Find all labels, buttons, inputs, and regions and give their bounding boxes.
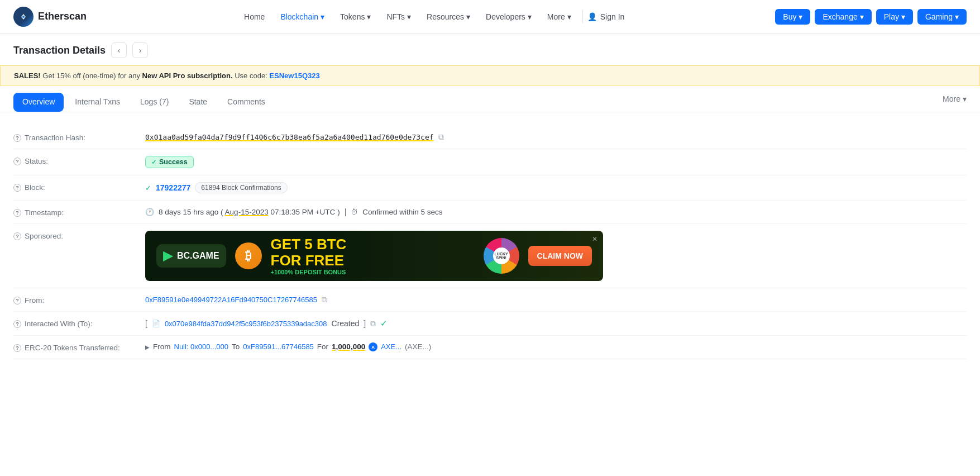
status-label: ? Status: (13, 156, 136, 165)
erc20-transfer-detail: ▶ From Null: 0x000...000 To 0xF89591...6… (145, 342, 431, 351)
content: ? Transaction Hash: 0x01aa0ad59fa04da7f9… (0, 112, 980, 373)
nav-blockchain[interactable]: Blockchain ▾ (274, 9, 331, 25)
sponsored-row: ? Sponsored: ✕ ▶ BC.GAME ₿ GET 5 BTC FOR… (13, 224, 967, 288)
tx-hash-row: ? Transaction Hash: 0x01aa0ad59fa04da7f9… (13, 126, 967, 149)
to-value: [ 📄 0x070e984fda37dd942f5c953f6b2375339a… (145, 318, 967, 329)
erc20-to-label: To (232, 342, 240, 351)
copy-icon[interactable]: ⧉ (322, 295, 327, 304)
chevron-down-icon: ▾ (407, 12, 411, 21)
help-icon[interactable]: ? (13, 344, 21, 352)
timestamp-ago: 8 days 15 hrs ago ( Aug-15-2023 07:18:35… (159, 208, 340, 216)
tab-logs[interactable]: Logs (7) (131, 93, 178, 112)
help-icon[interactable]: ? (13, 232, 21, 240)
from-value: 0xF89591e0e49949722A16Fd940750C172677465… (145, 295, 967, 304)
nav-developers[interactable]: Developers ▾ (479, 9, 538, 25)
lucky-wheel: LUCKY SPIN! (484, 238, 519, 274)
logo[interactable]: Etherscan (13, 7, 87, 27)
play-button[interactable]: Play ▾ (876, 9, 913, 25)
page-header-left: Transaction Details ‹ › (13, 42, 148, 58)
nav-resources[interactable]: Resources ▾ (420, 9, 477, 25)
chevron-down-icon: ▾ (367, 12, 371, 21)
help-icon[interactable]: ? (13, 158, 21, 165)
nav-more[interactable]: More ▾ (541, 9, 578, 25)
block-confirmations-badge: 61894 Block Confirmations (195, 182, 287, 193)
tabs-row: Overview Internal Txns Logs (7) State Co… (0, 86, 980, 112)
tab-comments[interactable]: Comments (218, 93, 274, 112)
nav-nfts[interactable]: NFTs ▾ (380, 9, 418, 25)
ad-title-line1: GET 5 BTC (271, 236, 475, 253)
nav-tokens[interactable]: Tokens ▾ (333, 9, 377, 25)
ad-title-line2: FOR FREE (271, 253, 475, 269)
from-row: ? From: 0xF89591e0e49949722A16Fd940750C1… (13, 288, 967, 312)
help-icon[interactable]: ? (13, 297, 21, 304)
next-arrow[interactable]: › (132, 42, 148, 58)
tab-overview[interactable]: Overview (13, 93, 64, 112)
block-number-link[interactable]: 17922277 (156, 183, 190, 192)
status-badge: ✓ Success (145, 156, 194, 168)
promo-sales: SALES! (14, 72, 41, 80)
erc20-for-label: For (317, 342, 328, 351)
copy-icon[interactable]: ⧉ (370, 319, 376, 329)
token-icon: A (369, 342, 377, 351)
timestamp-row: ? Timestamp: 🕐 8 days 15 hrs ago ( Aug-1… (13, 201, 967, 224)
check-circle-icon: ✓ (145, 184, 151, 192)
timestamp-time: 07:18:35 PM +UTC (270, 208, 335, 216)
tabs-more-button[interactable]: More ▾ (943, 94, 967, 110)
ad-headline: GET 5 BTC FOR FREE +1000% DEPOSIT BONUS (271, 236, 475, 275)
erc20-amount: 1,000,000 (332, 342, 365, 351)
sponsored-label: ? Sponsored: (13, 231, 136, 240)
timestamp-date: Aug-15-2023 (225, 208, 269, 216)
chevron-down-icon: ▾ (901, 12, 905, 21)
help-icon[interactable]: ? (13, 320, 21, 328)
from-address-link[interactable]: 0xF89591e0e49949722A16Fd940750C172677465… (145, 296, 317, 304)
navbar: Etherscan Home Blockchain ▾ Tokens ▾ NFT… (0, 0, 980, 34)
block-label: ? Block: (13, 182, 136, 192)
chevron-down-icon: ▾ (466, 12, 470, 21)
erc20-to-address[interactable]: 0xF89591...67746585 (243, 342, 314, 351)
lucky-spin-label: LUCKY SPIN! (493, 247, 510, 264)
ad-claim-button[interactable]: CLAIM NOW (528, 246, 592, 266)
timestamp-confirmed: Confirmed within 5 secs (362, 208, 442, 216)
page-title: Transaction Details (13, 45, 106, 56)
status-row: ? Status: ✓ Success (13, 149, 967, 175)
chevron-down-icon: ▾ (321, 12, 324, 21)
clock-icon: 🕐 (145, 208, 154, 216)
ad-banner[interactable]: ✕ ▶ BC.GAME ₿ GET 5 BTC FOR FREE +1000% … (145, 231, 603, 281)
triangle-icon: ▶ (145, 344, 150, 350)
chevron-down-icon: ▾ (963, 94, 967, 103)
promo-bold: New API Pro subscription. (142, 72, 233, 80)
exchange-button[interactable]: Exchange ▾ (815, 9, 871, 25)
document-icon: 📄 (152, 320, 160, 327)
ad-bitcoin-icon: ₿ (235, 242, 262, 269)
tx-hash-value: 0x01aa0ad59fa04da7f9d9ff1406c6c7b38ea6f5… (145, 132, 967, 142)
ad-logo: ▶ BC.GAME (156, 244, 226, 268)
ad-close-button[interactable]: ✕ (592, 235, 597, 243)
help-icon[interactable]: ? (13, 209, 21, 217)
timer-icon: ⏱ (351, 208, 358, 216)
nav-home[interactable]: Home (237, 9, 271, 25)
promo-banner: SALES! Get 15% off (one-time) for any Ne… (0, 65, 980, 86)
help-icon[interactable]: ? (13, 184, 21, 192)
ad-right: LUCKY SPIN! (484, 238, 519, 274)
tab-state[interactable]: State (180, 93, 216, 112)
erc20-token-link[interactable]: AXE... (381, 342, 401, 351)
nav-links: Home Blockchain ▾ Tokens ▾ NFTs ▾ Resour… (237, 9, 624, 25)
prev-arrow[interactable]: ‹ (111, 42, 127, 58)
to-label: ? Interacted With (To): (13, 318, 136, 328)
promo-code[interactable]: ESNew15Q323 (269, 72, 319, 80)
copy-icon[interactable]: ⧉ (438, 132, 444, 142)
erc20-null-address[interactable]: Null: 0x000...000 (174, 342, 229, 351)
erc20-label: ? ERC-20 Tokens Transferred: (13, 342, 136, 352)
buy-button[interactable]: Buy ▾ (775, 9, 810, 25)
help-icon[interactable]: ? (13, 134, 21, 142)
chevron-down-icon: ▾ (567, 12, 571, 21)
gaming-button[interactable]: Gaming ▾ (917, 9, 967, 25)
tx-hash-text: 0x01aa0ad59fa04da7f9d9ff1406c6c7b38ea6f5… (145, 133, 434, 141)
erc20-token-paren: (AXE...) (405, 342, 431, 351)
timestamp-value: 🕐 8 days 15 hrs ago ( Aug-15-2023 07:18:… (145, 207, 967, 216)
to-address-link[interactable]: 0x070e984fda37dd942f5c953f6b2375339adac3… (165, 320, 327, 328)
from-label: ? From: (13, 295, 136, 304)
sign-in-link[interactable]: 👤 Sign In (587, 12, 625, 21)
ad-brand-text: BC.GAME (177, 251, 219, 261)
tab-internal-txns[interactable]: Internal Txns (66, 93, 129, 112)
